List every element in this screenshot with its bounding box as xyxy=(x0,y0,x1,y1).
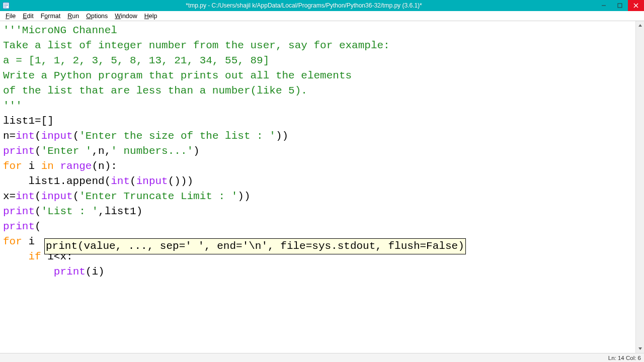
svg-marker-5 xyxy=(638,24,642,27)
menu-window[interactable]: Window xyxy=(111,12,140,20)
menu-options[interactable]: Options xyxy=(83,12,111,20)
svg-marker-6 xyxy=(638,347,642,350)
statusbar: Ln: 14 Col: 6 xyxy=(0,353,644,362)
editor-area[interactable]: '''MicroNG Channel Take a list of intege… xyxy=(0,21,644,353)
maximize-button[interactable] xyxy=(612,0,628,11)
vertical-scrollbar[interactable] xyxy=(635,21,644,353)
menu-help[interactable]: Help xyxy=(141,12,161,20)
svg-rect-2 xyxy=(618,4,622,8)
scroll-down-arrow-icon[interactable] xyxy=(636,344,644,353)
titlebar: *tmp.py - C:/Users/shajil k/AppData/Loca… xyxy=(0,0,644,11)
menubar: File Edit Format Run Options Window Help xyxy=(0,11,644,21)
menu-edit[interactable]: Edit xyxy=(19,12,37,20)
menu-file[interactable]: File xyxy=(2,12,19,20)
calltip-tooltip: print(value, ..., sep=' ', end='\n', fil… xyxy=(44,238,466,254)
minimize-button[interactable] xyxy=(596,0,612,11)
window-title: *tmp.py - C:/Users/shajil k/AppData/Loca… xyxy=(12,2,596,9)
menu-run[interactable]: Run xyxy=(64,12,83,20)
cursor-position: Ln: 14 Col: 6 xyxy=(608,355,641,361)
scroll-up-arrow-icon[interactable] xyxy=(636,21,644,30)
menu-format[interactable]: Format xyxy=(37,12,64,20)
app-icon xyxy=(0,2,12,9)
close-button[interactable] xyxy=(628,0,644,11)
window-controls xyxy=(596,0,644,11)
